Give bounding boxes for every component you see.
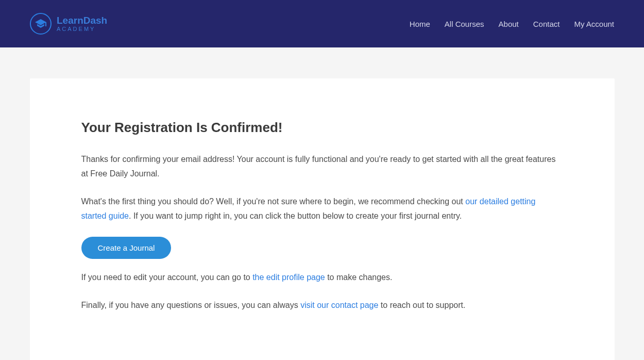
guide-text-after: . If you want to jump right in, you can … xyxy=(129,211,462,220)
contact-page-link[interactable]: visit our contact page xyxy=(300,301,378,309)
guide-paragraph: What's the first thing you should do? We… xyxy=(81,194,563,223)
edit-profile-paragraph: If you need to edit your account, you ca… xyxy=(81,270,563,285)
edit-profile-text-after: to make changes. xyxy=(325,273,393,282)
site-header: LearnDash ACADEMY Home All Courses About… xyxy=(0,0,644,47)
logo-text: LearnDash ACADEMY xyxy=(57,15,107,32)
graduation-cap-icon xyxy=(30,13,52,35)
edit-profile-text-before: If you need to edit your account, you ca… xyxy=(81,273,253,282)
nav-about[interactable]: About xyxy=(499,20,519,28)
logo-subtitle: ACADEMY xyxy=(57,26,107,32)
main-nav: Home All Courses About Contact My Accoun… xyxy=(410,20,614,28)
intro-paragraph: Thanks for confirming your email address… xyxy=(81,152,563,181)
guide-text-before: What's the first thing you should do? We… xyxy=(81,197,466,206)
edit-profile-link[interactable]: the edit profile page xyxy=(252,273,325,282)
logo[interactable]: LearnDash ACADEMY xyxy=(30,13,107,35)
contact-paragraph: Finally, if you have any questions or is… xyxy=(81,298,563,313)
nav-my-account[interactable]: My Account xyxy=(574,20,614,28)
create-journal-button[interactable]: Create a Journal xyxy=(81,237,172,259)
contact-text-before: Finally, if you have any questions or is… xyxy=(81,301,301,309)
logo-brand: LearnDash xyxy=(57,15,107,26)
contact-text-after: to reach out to support. xyxy=(378,301,465,309)
nav-all-courses[interactable]: All Courses xyxy=(445,20,484,28)
main-content: Your Registration Is Confirmed! Thanks f… xyxy=(30,78,615,360)
nav-home[interactable]: Home xyxy=(410,20,430,28)
page-title: Your Registration Is Confirmed! xyxy=(81,120,563,136)
nav-contact[interactable]: Contact xyxy=(533,20,560,28)
